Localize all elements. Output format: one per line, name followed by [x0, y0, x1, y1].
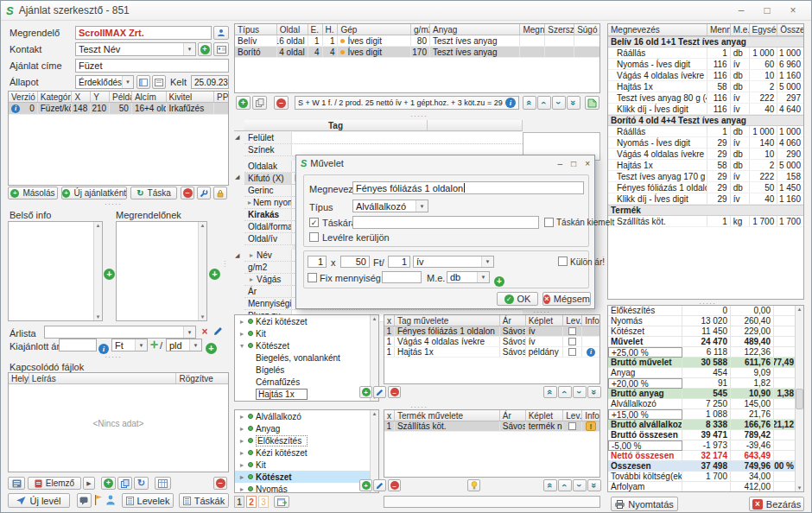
tag-operation-row[interactable]: 1Hajtás 1x Sávospéldány i	[384, 347, 599, 358]
column-header[interactable]: Képlet	[526, 410, 564, 421]
item-row[interactable]: Teszt íves anyag 80 g (450x320116ív22229…	[608, 92, 803, 104]
remove-file-button[interactable]: –	[213, 477, 227, 490]
summary-row-editable[interactable]: -5,00 %-1 973-39,46	[608, 440, 803, 451]
close-button[interactable]: ×	[780, 3, 806, 19]
move-up-button[interactable]: ‹	[537, 96, 551, 110]
pager-tab-2[interactable]: 2	[246, 496, 257, 508]
expand-icon[interactable]: ▸	[248, 276, 255, 283]
column-header[interactable]: Szerszám	[545, 24, 574, 35]
item-row[interactable]: Hajtás 1x58db25 000	[608, 160, 803, 171]
expand-icon[interactable]: ▸	[238, 461, 245, 469]
move-bottom-button[interactable]: »	[587, 386, 601, 398]
price-field[interactable]: 50	[340, 256, 370, 268]
status-note-button[interactable]	[152, 75, 166, 89]
remove-tag-operation-button[interactable]: –	[388, 386, 401, 398]
part-row[interactable]: Belív 16 oldal 1 1 Íves digit 80 Teszt í…	[235, 35, 599, 47]
chevron-down-icon[interactable]: ▼	[416, 200, 428, 212]
column-header[interactable]: Ár	[500, 410, 526, 421]
dialog-minimize-button[interactable]: –	[558, 159, 563, 168]
column-header[interactable]: Példán	[110, 92, 132, 102]
splitter-grip[interactable]: ·····	[410, 114, 428, 117]
scrollbar[interactable]: ▲▼	[795, 306, 803, 491]
dialog-maximize-button[interactable]: □	[571, 159, 576, 168]
megsem-button[interactable]: × Mégsem	[542, 292, 591, 306]
remove-part-button[interactable]: –	[274, 96, 289, 110]
dialog-close-button[interactable]: ×	[585, 159, 590, 168]
column-header[interactable]: Ár	[500, 315, 526, 326]
remove-product-operation-button[interactable]: –	[388, 479, 401, 491]
splitter-grip[interactable]: ·····	[533, 310, 550, 314]
expand-icon[interactable]: ▸	[248, 251, 255, 259]
kiajanlott-ar-field[interactable]	[59, 339, 97, 352]
taskan-kiemelt-checkbox[interactable]	[544, 218, 554, 227]
info-icon[interactable]: i	[11, 104, 20, 113]
tree-item[interactable]: ▸Alvállalkozó	[235, 410, 378, 422]
item-row[interactable]: Klikk díj - Íves digit116ív404 640	[608, 104, 803, 115]
tipus-combo[interactable]: Alvállalkozó▼	[352, 200, 428, 212]
item-row[interactable]: Teszt íves anyag 170 g (450x3229ív222158	[608, 171, 803, 182]
pager-export-button[interactable]	[274, 496, 289, 508]
column-header[interactable]: E.	[308, 24, 323, 35]
column-header[interactable]: Verzió	[9, 92, 38, 102]
settings-button[interactable]	[197, 187, 211, 200]
chevron-down-icon[interactable]: ▼	[477, 272, 489, 282]
column-header[interactable]: PP	[214, 92, 228, 102]
column-header[interactable]: Rögzítve	[176, 373, 228, 383]
column-header[interactable]: Lev.	[563, 315, 582, 326]
move-top-button[interactable]: «	[543, 479, 557, 491]
column-header[interactable]: Hely	[9, 373, 29, 383]
lev-checkbox[interactable]	[568, 327, 576, 335]
move-top-button[interactable]: «	[543, 386, 557, 398]
status-panel-button[interactable]	[136, 75, 150, 89]
column-header[interactable]: Összesen	[777, 24, 803, 35]
item-row[interactable]: Nyomás - Íves digit29ív1404 060	[608, 137, 803, 149]
column-header[interactable]: Súgó	[574, 24, 599, 35]
taska-button[interactable]: ↻Táska	[130, 187, 177, 200]
column-header[interactable]: g/m2	[411, 24, 430, 35]
lev-checkbox[interactable]	[568, 348, 576, 356]
chevron-down-icon[interactable]: ▼	[183, 326, 195, 338]
group-row[interactable]: Termék	[608, 205, 803, 216]
move-bottom-button[interactable]: »	[587, 479, 601, 491]
add-unit-button[interactable]: +	[206, 339, 217, 355]
add-file-button[interactable]: +	[101, 477, 116, 490]
part-row[interactable]: Borító 4 oldal 4 4 Íves digit 170 Teszt …	[235, 47, 599, 58]
tree-item[interactable]: ▸Anyag	[235, 422, 378, 434]
vertical-splitter-grip[interactable]: ···	[224, 260, 226, 268]
chat-button[interactable]	[77, 493, 92, 508]
prop-row[interactable]: Felület	[244, 132, 523, 144]
tree-item[interactable]: ▸Kézi kötészet	[235, 446, 378, 459]
copy-part-button[interactable]	[252, 96, 267, 110]
version-row[interactable]: i0 Füzet/köny 148 210 50 16+4 old, 5 Irk…	[9, 103, 228, 115]
add-currency-button[interactable]: ✛	[150, 340, 158, 350]
expand-icon[interactable]: ▸	[238, 330, 245, 338]
fix-mennyiseg-checkbox[interactable]	[308, 273, 317, 282]
column-header[interactable]: Y	[91, 92, 110, 102]
masolas-button[interactable]: +Másolás	[8, 187, 58, 200]
move-up-button[interactable]: ‹	[558, 386, 572, 398]
column-header[interactable]: Megnevezés	[608, 24, 707, 35]
summary-row-editable[interactable]: +20,00 %911,82	[608, 378, 803, 389]
column-header[interactable]: Lev.	[563, 410, 582, 421]
column-header[interactable]: Gép	[338, 24, 411, 35]
column-header[interactable]: x	[384, 410, 395, 421]
taskara-field[interactable]	[352, 216, 539, 229]
uj-ajanlatkent-button[interactable]: +Új ajánlatként	[61, 187, 127, 200]
levelre-checkbox[interactable]	[309, 232, 319, 242]
taskak-button[interactable]: Táskák	[179, 493, 229, 508]
expand-icon[interactable]: ▾	[238, 342, 245, 350]
column-header[interactable]: X	[72, 92, 91, 102]
currency-combo[interactable]: Ft▼	[111, 339, 148, 352]
levelek-button[interactable]: Levelek	[122, 493, 174, 508]
refresh-files-button[interactable]: ↻	[134, 477, 149, 490]
section-expander-icon[interactable]: ◢	[235, 174, 239, 180]
chevron-down-icon[interactable]: ▼	[183, 43, 195, 55]
tree-item[interactable]: ▸Előkészítés	[235, 434, 378, 446]
column-header[interactable]: Anyag	[430, 24, 520, 35]
uj-level-button[interactable]: Új levél	[8, 493, 70, 508]
column-header[interactable]: M.e.	[731, 24, 750, 35]
expand-icon[interactable]: ▸	[238, 485, 245, 493]
add-unit-button[interactable]: +	[494, 272, 504, 288]
chevron-down-icon[interactable]: ▼	[189, 339, 201, 351]
unit-combo[interactable]: ív▼	[413, 256, 494, 268]
